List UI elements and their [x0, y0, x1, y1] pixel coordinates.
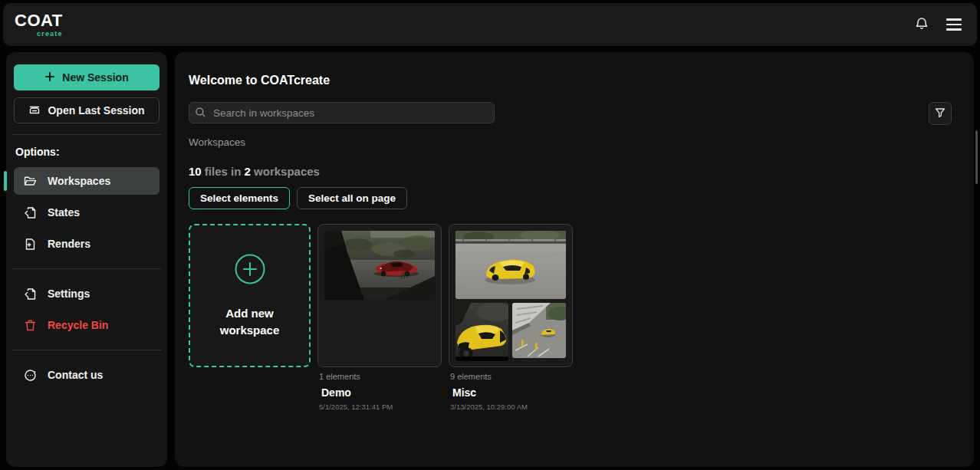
sidebar-divider: [12, 268, 161, 269]
select-all-on-page-button[interactable]: Select all on page: [297, 187, 407, 209]
topbar-actions: [914, 16, 962, 34]
vertical-scrollbar[interactable]: [975, 130, 978, 184]
sidebar-item-label: Contact us: [48, 369, 103, 381]
sidebar-item-label: Renders: [48, 238, 90, 250]
workspace-name: Misc: [452, 386, 571, 399]
sidebar: New Session Open Last Session Options:: [6, 52, 167, 467]
misc-small-thumbnail-1-image: [455, 303, 508, 361]
sidebar-nav: Workspaces States: [14, 167, 159, 389]
search-icon: [195, 107, 206, 121]
trash-icon: [23, 318, 38, 333]
coat-logo: COAT create: [15, 12, 63, 38]
new-session-label: New Session: [62, 71, 128, 84]
sidebar-item-label: Workspaces: [48, 175, 110, 187]
workspace-date: 5/1/2025, 12:31:41 PM: [319, 403, 440, 411]
stats-line: 10 files in 2 workspaces: [189, 165, 974, 178]
workspace-date: 3/13/2025, 10:29:00 AM: [450, 403, 571, 411]
new-session-button[interactable]: New Session: [14, 64, 159, 90]
select-elements-button[interactable]: Select elements: [189, 187, 290, 209]
add-card-label: Add new workspace: [220, 305, 280, 339]
notifications-button[interactable]: [914, 16, 929, 34]
app-window: COAT create: [0, 0, 980, 470]
misc-thumbnail-grid: [455, 303, 566, 361]
workspaces-text: workspaces: [251, 165, 320, 178]
selection-buttons: Select elements Select all on page: [189, 187, 974, 209]
menu-button[interactable]: [946, 18, 962, 30]
demo-thumbnail-red-car-image: [324, 231, 435, 300]
hamburger-icon: [946, 18, 962, 20]
search-box: [189, 102, 495, 123]
open-last-session-label: Open Last Session: [48, 104, 144, 117]
main-panel: Welcome to COATcreate Workspaces 10: [175, 52, 974, 467]
sidebar-divider: [12, 134, 161, 135]
search-row: [189, 102, 974, 123]
filter-button[interactable]: [929, 102, 952, 125]
top-bar: COAT create: [3, 3, 977, 46]
workspace-name: Demo: [321, 386, 440, 399]
card-meta: 1 elements Demo 5/1/2025, 12:31:41 PM: [317, 367, 442, 411]
files-count: 10: [189, 165, 202, 178]
workspace-card-misc[interactable]: [449, 224, 573, 367]
misc-small-thumbnail-2-image: [512, 303, 566, 358]
files-text: files in: [202, 165, 245, 178]
search-input[interactable]: [189, 102, 495, 123]
workspaces-count: 2: [245, 165, 251, 178]
open-last-session-button[interactable]: Open Last Session: [14, 97, 159, 123]
sidebar-item-renders[interactable]: Renders: [14, 230, 159, 258]
active-indicator: [4, 171, 7, 191]
file-export-icon: [23, 237, 38, 251]
sidebar-item-contact-us[interactable]: Contact us: [14, 361, 159, 389]
sidebar-item-label: Recycle Bin: [48, 319, 108, 331]
workspace-demo: 1 elements Demo 5/1/2025, 12:31:41 PM: [317, 224, 442, 411]
element-count: 1 elements: [319, 372, 440, 381]
options-label: Options:: [15, 146, 159, 158]
workspace-card-demo[interactable]: [317, 224, 442, 367]
element-count: 9 elements: [450, 372, 571, 381]
sidebar-item-recycle-bin[interactable]: Recycle Bin: [14, 311, 159, 339]
sidebar-item-workspaces[interactable]: Workspaces: [14, 167, 159, 195]
page-title: Welcome to COATcreate: [189, 74, 974, 87]
bell-icon: [914, 16, 929, 34]
sidebar-item-settings[interactable]: Settings: [14, 280, 159, 307]
circle-plus-icon: [234, 253, 266, 288]
logo-text: COAT: [15, 12, 63, 29]
sidebar-item-label: States: [48, 206, 80, 219]
card-meta: 9 elements Misc 3/13/2025, 10:29:00 AM: [449, 367, 573, 411]
plus-icon: [44, 71, 55, 84]
sidebar-divider: [12, 350, 161, 350]
file-code-icon: [23, 287, 38, 301]
folder-open-icon: [23, 174, 38, 189]
logo-subtext: create: [37, 30, 63, 38]
workspace-cards: Add new workspace: [189, 224, 974, 411]
misc-thumbnail-yellow-car-image: [455, 231, 566, 299]
open-session-icon: [28, 104, 41, 118]
sidebar-item-states[interactable]: States: [14, 199, 159, 226]
section-label: Workspaces: [189, 136, 974, 148]
add-new-workspace-card[interactable]: Add new workspace: [189, 224, 311, 367]
funnel-icon: [934, 107, 946, 121]
workspace-misc: 9 elements Misc 3/13/2025, 10:29:00 AM: [449, 224, 573, 411]
file-code-icon: [23, 205, 38, 220]
sidebar-item-label: Settings: [48, 288, 90, 300]
chat-bubble-icon: [23, 368, 38, 383]
